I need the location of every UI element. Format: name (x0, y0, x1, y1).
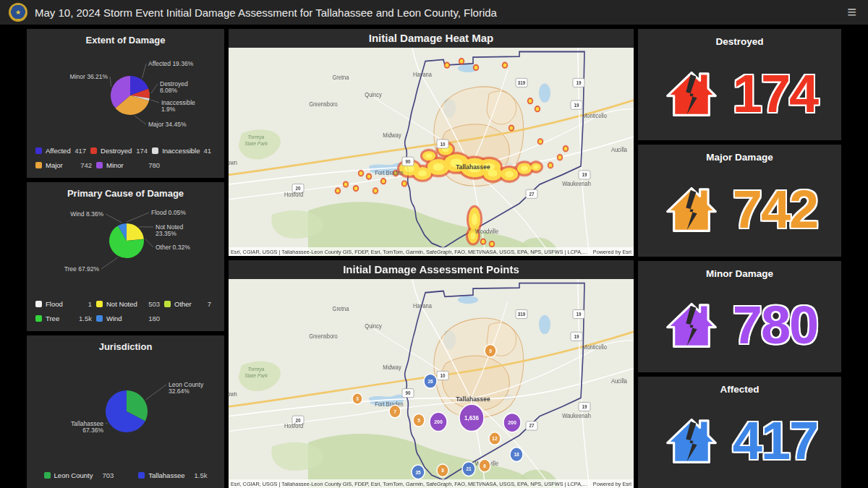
stat-column: Destroyed 174 Major Damage 742 (638, 29, 841, 488)
legend-count: 780 (148, 161, 164, 169)
damaged-house-icon (662, 180, 721, 239)
stat-title: Affected (720, 384, 759, 395)
legend-label: Inaccessible (162, 147, 200, 155)
heat-map-container: 31919191910902027GretnaQuincyHavanaGreen… (229, 48, 634, 256)
primary-cause-panel: Primary Cause of Damage Flood 0.05%Not N… (27, 182, 224, 331)
legend-label: Tallahassee (148, 471, 184, 479)
destroyed-stat-panel: Destroyed 174 (638, 29, 841, 140)
svg-text:32.64%: 32.64% (169, 388, 190, 395)
legend-swatch (35, 147, 42, 154)
dashboard-body: Extent of Damage Affected 19.36%Destroye… (0, 26, 868, 488)
legend-count: 417 (75, 147, 90, 155)
dashboard: ★ May 10, 2024 Storm Event Initial Damag… (0, 0, 868, 488)
powered-by-esri[interactable]: Powered by Esri (589, 249, 631, 255)
legend-swatch (35, 162, 42, 168)
stat-title: Destroyed (715, 36, 763, 47)
points-map-title: Initial Damage Assessment Points (229, 260, 634, 279)
jurisdiction-pie-chart[interactable]: Leon County32.64%Tallahassee67.36% (27, 352, 224, 461)
powered-by-esri[interactable]: Powered by Esri (589, 481, 631, 487)
stat-value: 780 (733, 299, 817, 352)
legend-label: Destroyed (101, 147, 132, 155)
legend-item-destroyed[interactable]: Destroyed174 (90, 147, 152, 155)
legend-count: 703 (102, 471, 114, 479)
legend-count: 174 (136, 147, 152, 155)
panel-title: Extent of Damage (27, 35, 224, 46)
legend-item-wind[interactable]: Wind180 (96, 314, 164, 322)
legend-label: Tree (46, 314, 59, 322)
legend-item-other[interactable]: Other7 (164, 300, 216, 308)
svg-text:23.35%: 23.35% (156, 230, 176, 237)
legend-item-flood[interactable]: Flood1 (35, 300, 96, 308)
county-seal-logo: ★ (9, 3, 27, 22)
legend-item-affected[interactable]: Affected417 (35, 147, 90, 155)
legend-swatch (96, 162, 103, 168)
stat-row: 174 (638, 47, 841, 140)
seal-star-icon: ★ (15, 9, 21, 16)
legend-item-tree[interactable]: Tree1.5k (35, 314, 96, 322)
legend-count: 41 (203, 147, 216, 155)
legend-swatch (96, 315, 103, 322)
menu-button[interactable]: ≡ (844, 4, 859, 20)
stat-value: 174 (733, 67, 817, 121)
attribution-text: Esri, CGIAR, USGS | Tallahassee-Leon Cou… (231, 481, 589, 487)
legend-count: 180 (148, 314, 164, 322)
legend-label: Not Noted (106, 300, 137, 308)
left-chart-column: Extent of Damage Affected 19.36%Destroye… (27, 29, 224, 488)
legend-count: 503 (148, 300, 164, 308)
svg-text:Wind 8.36%: Wind 8.36% (70, 210, 103, 218)
legend-item-tallahassee[interactable]: Tallahassee1.5k (138, 471, 207, 479)
dashboard-title: May 10, 2024 Storm Event Initial Damage … (35, 7, 497, 19)
svg-text:67.36%: 67.36% (82, 427, 103, 434)
legend-label: Other (174, 300, 192, 308)
stat-title: Major Damage (706, 152, 773, 163)
legend-swatch (35, 315, 42, 322)
header-bar: ★ May 10, 2024 Storm Event Initial Damag… (0, 0, 868, 26)
heat-map-title: Initial Damage Heat Map (229, 29, 634, 48)
points-map-container: 31919191910902027GretnaQuincyHavanaGreen… (229, 279, 634, 488)
legend-label: Leon County (54, 471, 93, 479)
legend-count: 1.5k (194, 471, 207, 479)
map-attribution: Esri, CGIAR, USGS | Tallahassee-Leon Cou… (229, 247, 634, 256)
extent-of-damage-panel: Extent of Damage Affected 19.36%Destroye… (27, 29, 224, 178)
extent-of-damage-legend: Affected417Destroyed174Inaccessible41Maj… (27, 144, 224, 178)
damaged-house-icon (662, 411, 721, 471)
legend-count: 7 (208, 300, 216, 308)
attribution-text: Esri, CGIAR, USGS | Tallahassee-Leon Cou… (231, 249, 589, 255)
stat-value: 417 (733, 414, 817, 468)
initial-damage-heat-map[interactable]: 31919191910902027GretnaQuincyHavanaGreen… (229, 48, 634, 256)
extent-of-damage-pie-chart[interactable]: Affected 19.36%Destroyed8.08%Inaccessibl… (27, 46, 224, 138)
legend-item-major[interactable]: Major742 (35, 161, 96, 169)
legend-swatch (152, 147, 158, 154)
hamburger-icon: ≡ (847, 3, 856, 21)
primary-cause-pie-chart[interactable]: Flood 0.05%Not Noted23.35%Other 0.32%Tre… (27, 199, 224, 291)
stat-row: 742 (638, 163, 841, 256)
legend-swatch (138, 472, 145, 479)
legend-swatch (44, 472, 51, 479)
svg-text:8.08%: 8.08% (160, 87, 178, 94)
primary-cause-legend: Flood1Not Noted503Other7Tree1.5kWind180 (27, 297, 224, 331)
damage-assessment-points-map[interactable]: 31919191910902027GretnaQuincyHavanaGreen… (229, 279, 634, 488)
svg-text:Affected 19.36%: Affected 19.36% (148, 60, 194, 67)
legend-item-inaccessible[interactable]: Inaccessible41 (152, 147, 216, 155)
panel-title: Jurisdiction (27, 341, 224, 352)
legend-label: Flood (46, 300, 63, 308)
points-map-panel: Initial Damage Assessment Points 3191919… (229, 260, 634, 488)
svg-text:Minor 36.21%: Minor 36.21% (70, 73, 109, 80)
affected-stat-panel: Affected 417 (638, 377, 841, 488)
minor-damage-stat-panel: Minor Damage 780 (638, 261, 841, 372)
map-attribution: Esri, CGIAR, USGS | Tallahassee-Leon Cou… (229, 479, 634, 488)
heat-map-panel: Initial Damage Heat Map 3191919191090202… (229, 29, 634, 256)
jurisdiction-legend: Leon County703Tallahassee1.5k (27, 468, 224, 488)
legend-count: 1.5k (79, 314, 96, 322)
legend-item-minor[interactable]: Minor780 (96, 161, 164, 169)
legend-item-not-noted[interactable]: Not Noted503 (96, 300, 164, 308)
damaged-house-icon (662, 296, 721, 355)
legend-label: Minor (106, 161, 124, 169)
jurisdiction-panel: Jurisdiction Leon County32.64%Tallahasse… (27, 335, 224, 488)
svg-text:Major 34.45%: Major 34.45% (148, 121, 187, 128)
legend-label: Wind (106, 314, 122, 322)
svg-text:Other 0.32%: Other 0.32% (156, 244, 190, 251)
legend-item-leon-county[interactable]: Leon County703 (44, 471, 114, 479)
stat-value: 742 (733, 183, 817, 236)
legend-swatch (164, 301, 171, 307)
